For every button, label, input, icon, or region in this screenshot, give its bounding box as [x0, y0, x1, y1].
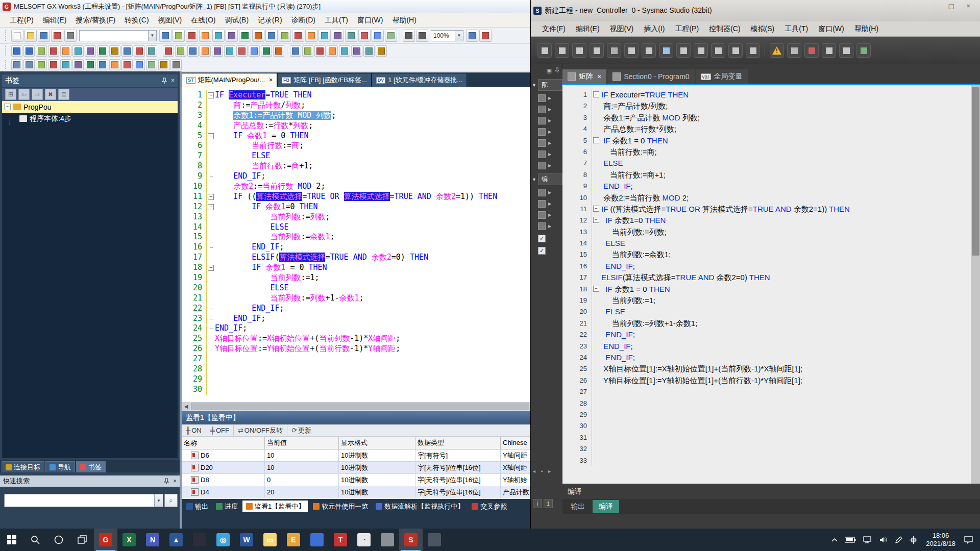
sysmac-menu-item[interactable]: 编辑(E) [571, 23, 605, 35]
taskbar-app-word[interactable]: W [235, 529, 258, 551]
gx-toolbar-icon[interactable] [24, 30, 37, 42]
taskbar-app-app-blue[interactable] [305, 529, 329, 551]
sysmac-toolbar-icon[interactable] [659, 43, 673, 58]
gx-toolbar-icon[interactable] [187, 45, 199, 57]
gx-toolbar-icon[interactable] [72, 45, 84, 57]
gx-toolbar-icon[interactable] [372, 30, 384, 42]
watch-cell[interactable]: 产品计数 [501, 486, 530, 498]
watch-tool-更新[interactable]: ⟳更新 [291, 426, 311, 435]
strip-item[interactable]: ▶ [538, 151, 562, 158]
tree-item[interactable]: 程序本体:4步 [2, 113, 178, 124]
gx-toolbar-icon[interactable] [97, 59, 108, 70]
watch-cell[interactable]: 0 [265, 474, 339, 486]
watch-row[interactable]: D201010进制数字[无符号]/位串[16位]X轴间距 [182, 462, 530, 474]
gx-toolbar-icon[interactable] [212, 30, 225, 42]
sysmac-menu-item[interactable]: 插入(I) [639, 23, 670, 35]
bottom-tab[interactable]: 交叉参照 [468, 500, 510, 512]
watch-row[interactable]: D42010进制数字[无符号]/位串[16位]产品计数 [182, 486, 530, 498]
gx-toolbar-icon[interactable] [85, 45, 96, 57]
gx-toolbar-icon[interactable] [146, 45, 157, 57]
watch-cell[interactable]: 10 [265, 462, 339, 473]
strip-item[interactable]: ▶ [538, 139, 562, 147]
watch-cell[interactable]: X轴间距 [501, 462, 530, 473]
watch-tool-OFF[interactable]: ╪OFF [210, 427, 229, 434]
gx-st-editor[interactable]: 1IF Executer=TRUE THEN2 商:=产品计数/列数;3 余数1… [182, 87, 530, 403]
fold-toggle-icon[interactable] [592, 204, 601, 215]
sysmac-menu-item[interactable]: 帮助(H) [849, 23, 884, 35]
gx-toolbar-icon[interactable] [64, 30, 77, 42]
watch-cell[interactable]: D20 [182, 462, 265, 473]
sysmac-menu-item[interactable]: 工具(T) [779, 23, 813, 35]
watch-cell[interactable]: 10进制数 [339, 462, 415, 473]
taskbar-app-sysmac-studio[interactable]: S [399, 529, 423, 551]
watch-cell[interactable]: 10进制数 [339, 486, 415, 498]
watch-column-header[interactable]: Chinese [501, 437, 530, 449]
fold-toggle-icon[interactable] [205, 263, 215, 273]
sysmac-toolbar-icon[interactable] [555, 43, 569, 58]
gx-toolbar-icon[interactable] [273, 45, 284, 57]
gx-toolbar-icon[interactable] [121, 59, 133, 70]
sysmac-toolbar-icon[interactable] [787, 43, 801, 58]
gx-menu-item[interactable]: 在线(O) [186, 14, 220, 27]
start-button[interactable] [0, 529, 23, 551]
gx-menu-item[interactable]: 编辑(E) [38, 14, 71, 27]
fold-toggle-icon[interactable] [592, 89, 601, 101]
bottom-tab[interactable]: 监看1【监看中】 [242, 500, 309, 512]
window-controls[interactable]: ▢ × [948, 2, 976, 10]
strip-section-编[interactable]: ▼编 [532, 173, 562, 185]
watch-cell[interactable]: D4 [182, 486, 265, 498]
sysmac-editor-vscrollbar[interactable] [971, 85, 980, 484]
gx-toolbar-icon[interactable] [11, 45, 22, 57]
dock-tab-导航[interactable]: 导航 [45, 461, 75, 472]
sysmac-toolbar-icon[interactable] [676, 43, 691, 58]
watch-column-header[interactable]: 数据类型 [415, 437, 501, 449]
gx-toolbar-icon[interactable] [314, 45, 326, 57]
sysmac-menu-item[interactable]: 工程(P) [670, 23, 704, 35]
gx-toolbar-icon[interactable] [345, 30, 357, 42]
gx-toolbar-icon[interactable] [23, 59, 35, 70]
close-icon[interactable]: × [173, 478, 177, 485]
sysmac-toolbar-icon[interactable] [804, 43, 819, 58]
fold-toggle-icon[interactable] [205, 131, 215, 141]
watch-cell[interactable]: D6 [182, 449, 265, 461]
gx-toolbar-icon[interactable] [236, 45, 248, 57]
sysmac-menu-item[interactable]: 模拟(S) [746, 23, 780, 35]
taskbar-app-app-slate[interactable] [423, 529, 446, 551]
gx-toolbar-icon[interactable] [199, 30, 211, 42]
document-tab[interactable]: ST矩阵(MAIN/ProgPou/...× [182, 73, 277, 87]
chevron-down-icon[interactable]: ▼ [154, 494, 163, 507]
gx-toolbar-icon[interactable] [158, 59, 169, 70]
bookmark-tool-icon[interactable]: ⇨ [32, 89, 43, 100]
taskbar-app-onenote[interactable]: N [141, 529, 164, 551]
taskbar-app-photos[interactable]: ▲ [164, 529, 188, 551]
gx-toolbar-icon[interactable] [109, 59, 120, 70]
document-tab[interactable]: FB矩阵 [FB] [函数/FB标签... [277, 73, 372, 87]
watch-cell[interactable]: 字[无符号]/位串[16位] [415, 486, 501, 498]
taskbar-app-app-gray[interactable] [376, 529, 399, 551]
gx-menu-item[interactable]: 诊断(D) [287, 14, 320, 27]
gx-toolbar-icon[interactable] [36, 45, 47, 57]
sysmac-toolbar-icon[interactable] [694, 43, 708, 58]
bookmark-tool-icon[interactable]: ⇦ [18, 89, 30, 100]
strip-item[interactable]: ▶ [538, 189, 562, 196]
bookmark-tool-icon[interactable]: ≣ [58, 89, 69, 100]
taskbar-app-editor-orange[interactable]: E [282, 529, 305, 551]
sysmac-menu-item[interactable]: 窗口(W) [813, 23, 849, 35]
bottom-tab[interactable]: 软元件使用一览 [309, 500, 372, 512]
strip-section-配[interactable]: ▼配 [532, 79, 562, 91]
watch-cell[interactable]: D8 [182, 474, 265, 486]
watch-cell[interactable]: 20 [265, 486, 339, 498]
task-view-button[interactable] [70, 529, 94, 551]
build-tab-编译[interactable]: 编译 [593, 500, 619, 513]
gx-menu-item[interactable]: 窗口(W) [353, 14, 388, 27]
gx-menu-item[interactable]: 工具(T) [320, 14, 353, 27]
sysmac-toolbar-icon[interactable] [856, 43, 871, 58]
quick-search-input[interactable]: ▼ [4, 494, 163, 507]
sysmac-document-tab[interactable]: var全局变量 [696, 69, 748, 84]
gx-toolbar-icon[interactable] [332, 30, 344, 42]
gx-toolbar-icon[interactable] [146, 59, 157, 70]
watch-cell[interactable]: 10进制数 [339, 474, 415, 486]
fold-toggle-icon[interactable] [205, 90, 215, 101]
battery-icon[interactable] [845, 537, 856, 543]
fold-toggle-icon[interactable] [592, 215, 601, 226]
